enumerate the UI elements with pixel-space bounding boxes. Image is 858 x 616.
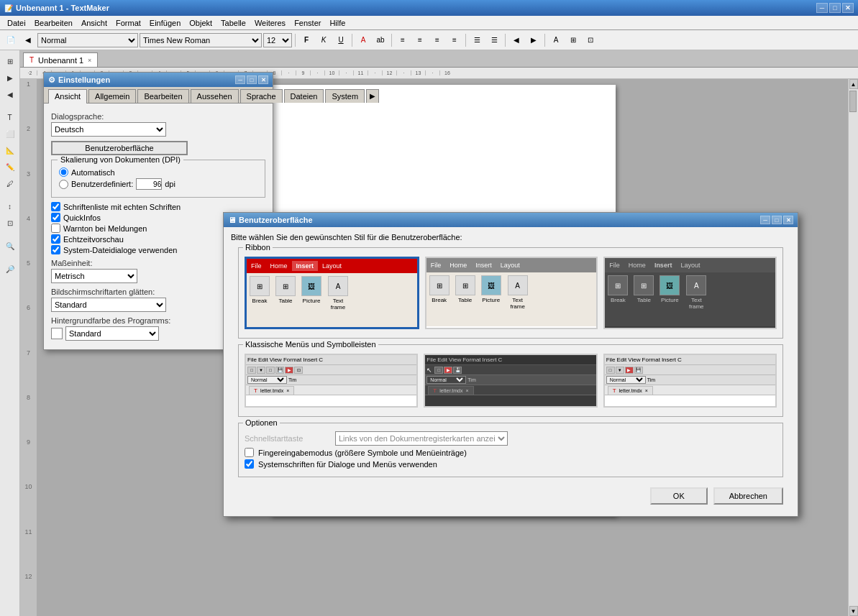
sidebar-btn-11[interactable]: 🔍 [2,238,18,254]
classic-tab-close[interactable]: × [286,388,289,393]
classic-third-option[interactable]: File Edit View Format Insert C □ ▼ ▶ 💾 [603,354,777,408]
menu-tabelle[interactable]: Tabelle [216,17,250,29]
tab-ansicht[interactable]: Ansicht [48,89,87,104]
third-tab-close[interactable]: × [645,388,648,393]
settings-minimize-button[interactable]: ─ [235,75,245,84]
system-fonts-checkbox[interactable] [245,459,254,469]
smooth-select[interactable]: Standard [51,298,166,312]
font-dropdown[interactable]: Times New Roman [140,33,262,47]
minimize-button[interactable]: ─ [816,3,828,13]
extra-btn3[interactable]: ⊡ [583,32,598,48]
checkbox-systemdialoge-input[interactable] [51,245,60,254]
tab-allgemein[interactable]: Allgemein [88,89,136,103]
new-button[interactable]: 📄 [3,32,19,48]
checkbox-schriften-input[interactable] [51,202,60,211]
menu-format[interactable]: Format [111,17,145,29]
numbered-list-button[interactable]: ☰ [486,32,502,48]
page-num-3: 3 [20,169,37,213]
dialog-lang-select[interactable]: Deutsch [51,122,166,137]
sidebar-btn-5[interactable]: ⬜ [2,126,18,142]
ui-dialog-minimize[interactable]: ─ [760,216,770,224]
tab-bearbeiten[interactable]: Bearbeiten [137,89,188,103]
scroll-up-button[interactable]: ▲ [849,79,858,89]
classic-dark-style-select[interactable]: Normal [426,376,466,384]
document-tab[interactable]: T Unbenannt 1 × [23,52,98,67]
tab-system[interactable]: System [325,89,365,103]
checkbox-warnton-input[interactable] [51,224,60,233]
scroll-down-button[interactable]: ▼ [849,606,858,616]
finger-checkbox[interactable] [245,448,254,457]
unit-select[interactable]: Metrisch [51,269,137,283]
sidebar-btn-9[interactable]: ↕ [2,198,18,214]
menu-bearbeiten[interactable]: Bearbeiten [30,17,77,29]
ui-dialog-close[interactable]: ✕ [783,216,793,224]
tab-aussehen[interactable]: Aussehen [191,89,239,103]
sidebar-btn-2[interactable]: ▶ [2,70,18,86]
dark-tab-close[interactable]: × [466,388,469,393]
ribbon-medium-option[interactable]: File Home Insert Layout ⊞ Break ⊞ Table [425,257,598,329]
underline-button[interactable]: U [333,32,349,48]
back-button[interactable]: ◀ [20,32,36,48]
tab-dateien[interactable]: Dateien [284,89,324,103]
sidebar-btn-8[interactable]: 🖊 [2,175,18,191]
maximize-button[interactable]: □ [829,3,841,13]
classic-light-style-select[interactable]: Normal [247,376,287,384]
classic-dark-option[interactable]: File Edit View Format Insert C ↖ □ ▶ 💾 [424,354,597,408]
tab-sprache[interactable]: Sprache [240,89,283,103]
optionen-section: Optionen Schnellstarttaste Links von den… [238,423,783,477]
tab-close-button[interactable]: × [88,57,91,64]
align-right-button[interactable]: ≡ [429,32,445,48]
align-left-button[interactable]: ≡ [395,32,411,48]
sidebar-btn-6[interactable]: 📐 [2,142,18,158]
sidebar-btn-12[interactable]: 🔎 [2,261,18,277]
menu-datei[interactable]: Datei [3,17,30,29]
ui-button[interactable]: Benutzeroberfläche [51,141,188,155]
size-dropdown[interactable]: 12 [263,33,292,47]
checkbox-echtzeitvorschau-input[interactable] [51,234,60,244]
cancel-button[interactable]: Abbrechen [713,487,783,505]
extra-btn2[interactable]: ⊞ [565,32,581,48]
ui-dialog-maximize[interactable]: □ [772,216,782,224]
ribbon-light-option[interactable]: File Home Insert Layout ⊞ Break ⊞ Table [245,257,419,329]
sidebar-btn-7[interactable]: ✏️ [2,159,18,175]
settings-close-button[interactable]: ✕ [258,75,268,84]
indent-more-button[interactable]: ▶ [526,32,542,48]
classic-third-style-select[interactable]: Normal [606,376,646,384]
ok-button[interactable]: OK [650,487,708,505]
align-justify-button[interactable]: ≡ [447,32,462,48]
tabs-scroll-right[interactable]: ▶ [366,89,379,103]
checkbox-quickinfos-input[interactable] [51,213,60,222]
indent-less-button[interactable]: ◀ [508,32,524,48]
settings-maximize-button[interactable]: □ [247,75,257,84]
schnellstart-select[interactable]: Links von den Dokumentregisterkarten anz… [335,431,508,446]
dark-tab-name: letter.tmdx [439,388,462,393]
dpi-input[interactable] [136,178,162,190]
font-color-button[interactable]: A [355,32,371,48]
custom-radio-input[interactable] [59,180,68,189]
menu-ansicht[interactable]: Ansicht [77,17,111,29]
scroll-track[interactable] [849,89,858,606]
sidebar-btn-10[interactable]: ⊡ [2,215,18,231]
style-dropdown[interactable]: Normal [37,33,138,47]
auto-radio-input[interactable] [59,167,68,177]
sidebar-btn-3[interactable]: ◀ [2,86,18,102]
bg-select[interactable]: Standard [65,326,159,341]
scroll-thumb[interactable] [849,91,857,112]
sidebar-btn-4[interactable]: T [2,109,18,125]
menu-objekt[interactable]: Objekt [185,17,216,29]
align-center-button[interactable]: ≡ [412,32,428,48]
sidebar-btn-1[interactable]: ⊞ [2,53,18,69]
ribbon-dark-option[interactable]: File Home Insert Layout ⊞ Break ⊞ Table [603,257,777,329]
highlight-button[interactable]: ab [373,32,388,48]
menu-fenster[interactable]: Fenster [290,17,325,29]
list-button[interactable]: ☰ [469,32,485,48]
menu-hilfe[interactable]: Hilfe [325,17,350,29]
extra-btn1[interactable]: A [548,32,564,48]
close-button[interactable]: ✕ [842,3,854,13]
bold-button[interactable]: F [298,32,314,48]
menu-einfuegen[interactable]: Einfügen [145,17,185,29]
italic-button[interactable]: K [316,32,332,48]
vertical-scrollbar[interactable]: ▲ ▼ [848,79,858,616]
menu-weiteres[interactable]: Weiteres [250,17,290,29]
classic-light-option[interactable]: File Edit View Format Insert C □ ▼ □ 💾 ▶… [245,354,418,408]
